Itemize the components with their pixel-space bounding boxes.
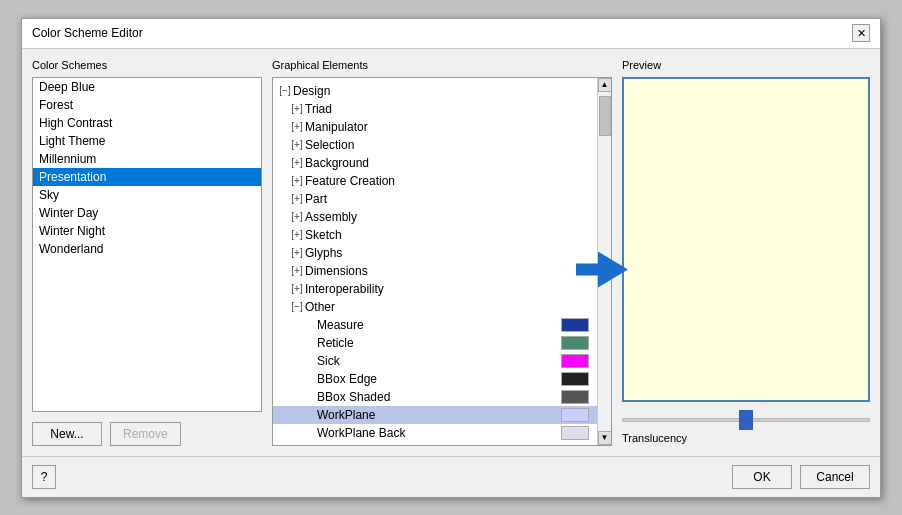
- tree-item[interactable]: [+]Glyphs: [273, 244, 597, 262]
- tree-item[interactable]: [+]Dimensions: [273, 262, 597, 280]
- color-schemes-list[interactable]: Deep BlueForestHigh ContrastLight ThemeM…: [32, 77, 262, 412]
- tree-item-label: BBox Shaded: [317, 390, 561, 404]
- tree-item[interactable]: [+]Interoperability: [273, 280, 597, 298]
- color-swatch[interactable]: [561, 318, 589, 332]
- color-scheme-item[interactable]: Presentation: [33, 168, 261, 186]
- color-scheme-item[interactable]: Winter Night: [33, 222, 261, 240]
- tree-item-label: Selection: [305, 138, 593, 152]
- tree-item-label: Drafting: [293, 444, 593, 445]
- tree-item[interactable]: Sick: [273, 352, 597, 370]
- tree-item-label: Reticle: [317, 336, 561, 350]
- scroll-up-button[interactable]: ▲: [598, 78, 612, 92]
- color-swatch[interactable]: [561, 390, 589, 404]
- tree-item[interactable]: [+]Sketch: [273, 226, 597, 244]
- tree-item-label: BBox Edge: [317, 372, 561, 386]
- tree-item-label: Triad: [305, 102, 593, 116]
- color-swatch[interactable]: [561, 408, 589, 422]
- tree-item-label: Sick: [317, 354, 561, 368]
- tree-item-label: Other: [305, 300, 593, 314]
- tree-item[interactable]: BBox Shaded: [273, 388, 597, 406]
- tree-item[interactable]: [+]Triad: [273, 100, 597, 118]
- tree-item[interactable]: [+]Part: [273, 190, 597, 208]
- color-swatch[interactable]: [561, 336, 589, 350]
- tree-item[interactable]: [−]Drafting: [273, 442, 597, 445]
- color-swatch[interactable]: [561, 354, 589, 368]
- dialog-body: Color Schemes Deep BlueForestHigh Contra…: [22, 49, 880, 456]
- tree-item-label: WorkPlane Back: [317, 426, 561, 440]
- tree-item-label: Feature Creation: [305, 174, 593, 188]
- color-schemes-title: Color Schemes: [32, 59, 262, 71]
- color-scheme-item[interactable]: Deep Blue: [33, 78, 261, 96]
- help-button[interactable]: ?: [32, 465, 56, 489]
- tree-item[interactable]: [+]Assembly: [273, 208, 597, 226]
- color-scheme-item[interactable]: Wonderland: [33, 240, 261, 258]
- tree-item-label: Measure: [317, 318, 561, 332]
- tree-item-label: Dimensions: [305, 264, 593, 278]
- color-scheme-editor-dialog: Color Scheme Editor ✕ Color Schemes Deep…: [21, 18, 881, 498]
- graphical-elements-tree[interactable]: [−]Design[+]Triad[+]Manipulator[+]Select…: [273, 78, 597, 445]
- preview-box: [622, 77, 870, 402]
- color-swatch[interactable]: [561, 426, 589, 440]
- translucency-section: Translucency: [622, 406, 870, 446]
- dialog-title: Color Scheme Editor: [32, 26, 143, 40]
- scroll-track: [598, 92, 612, 431]
- slider-track: [622, 418, 870, 422]
- tree-item[interactable]: WorkPlane: [273, 406, 597, 424]
- color-scheme-item[interactable]: Sky: [33, 186, 261, 204]
- color-scheme-item[interactable]: Light Theme: [33, 132, 261, 150]
- tree-item-label: Manipulator: [305, 120, 593, 134]
- tree-item-label: Interoperability: [305, 282, 593, 296]
- new-button[interactable]: New...: [32, 422, 102, 446]
- tree-item[interactable]: BBox Edge: [273, 370, 597, 388]
- right-panel: Preview Tran: [622, 59, 870, 446]
- color-scheme-item[interactable]: High Contrast: [33, 114, 261, 132]
- tree-item[interactable]: [+]Background: [273, 154, 597, 172]
- tree-item[interactable]: WorkPlane Back: [273, 424, 597, 442]
- title-bar: Color Scheme Editor ✕: [22, 19, 880, 49]
- translucency-slider-thumb[interactable]: [739, 410, 753, 430]
- scroll-thumb[interactable]: [599, 96, 611, 136]
- graphical-elements-title: Graphical Elements: [272, 59, 612, 71]
- tree-item-label: Design: [293, 84, 593, 98]
- tree-scrollbar[interactable]: ▲ ▼: [597, 78, 611, 445]
- tree-item-label: Glyphs: [305, 246, 593, 260]
- scroll-down-button[interactable]: ▼: [598, 431, 612, 445]
- tree-item-label: Part: [305, 192, 593, 206]
- graphical-elements-panel: Graphical Elements [−]Design[+]Triad[+]M…: [272, 59, 612, 446]
- translucency-slider-container: [622, 410, 870, 430]
- color-swatch[interactable]: [561, 372, 589, 386]
- color-scheme-item[interactable]: Winter Day: [33, 204, 261, 222]
- color-scheme-item[interactable]: Forest: [33, 96, 261, 114]
- tree-item[interactable]: Reticle: [273, 334, 597, 352]
- cancel-button[interactable]: Cancel: [800, 465, 870, 489]
- close-button[interactable]: ✕: [852, 24, 870, 42]
- tree-item-label: Sketch: [305, 228, 593, 242]
- tree-item[interactable]: [+]Selection: [273, 136, 597, 154]
- tree-item[interactable]: [−]Other: [273, 298, 597, 316]
- bottom-right-actions: OK Cancel: [732, 465, 870, 489]
- tree-item-label: Background: [305, 156, 593, 170]
- tree-item[interactable]: [−]Design: [273, 82, 597, 100]
- color-scheme-item[interactable]: Millennium: [33, 150, 261, 168]
- bottom-left-actions: ?: [32, 465, 56, 489]
- tree-item[interactable]: [+]Feature Creation: [273, 172, 597, 190]
- color-schemes-panel: Color Schemes Deep BlueForestHigh Contra…: [32, 59, 262, 446]
- preview-label: Preview: [622, 59, 870, 71]
- remove-button[interactable]: Remove: [110, 422, 181, 446]
- bottom-bar: ? OK Cancel: [22, 456, 880, 497]
- tree-item[interactable]: [+]Manipulator: [273, 118, 597, 136]
- tree-item-label: WorkPlane: [317, 408, 561, 422]
- tree-item-label: Assembly: [305, 210, 593, 224]
- ok-button[interactable]: OK: [732, 465, 792, 489]
- translucency-label: Translucency: [622, 432, 870, 444]
- tree-item[interactable]: Measure: [273, 316, 597, 334]
